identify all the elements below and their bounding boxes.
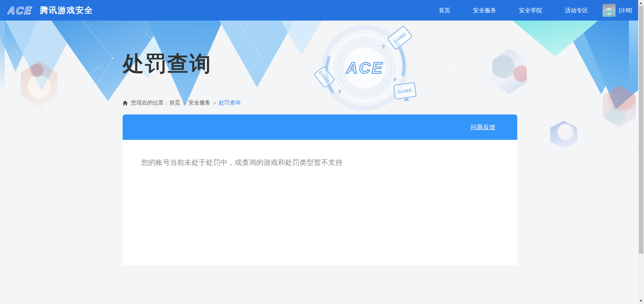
nav-item-security-academy[interactable]: 安全学院 [519, 7, 542, 14]
nav-item-security-services[interactable]: 安全服务 [473, 7, 496, 14]
navbar-right: 首页 安全服务 安全学院 活动专区 [注销] [439, 0, 632, 21]
breadcrumb-prefix: 您现在的位置： [131, 99, 169, 107]
breadcrumb: 您现在的位置： 首页 > 安全服务 > 处罚查询 [122, 99, 240, 107]
brand-name: 腾讯游戏安全 [40, 5, 93, 16]
scroll-down-icon [640, 300, 642, 302]
panel-header: 问题反馈 [123, 114, 517, 140]
game-label: GAME [397, 87, 413, 95]
user-avatar[interactable] [603, 4, 616, 17]
scrollbar-thumb[interactable] [639, 6, 643, 254]
vertical-scrollbar[interactable] [638, 0, 644, 304]
emblem-ace-text: ACE [346, 59, 383, 77]
game-monitor-icon: GAME [393, 82, 417, 100]
nav-user-area: [注销] [603, 4, 632, 17]
breadcrumb-separator: > [213, 100, 216, 106]
home-icon [122, 100, 128, 106]
nav-links: 首页 安全服务 安全学院 活动专区 [439, 7, 588, 14]
game-label: GAME [318, 70, 331, 84]
query-result-message: 您的账号当前未处于处罚中，或查询的游戏和处罚类型暂不支持 [123, 140, 517, 167]
top-navbar: ACE 腾讯游戏安全 首页 安全服务 安全学院 活动专区 [注销] [0, 0, 638, 21]
ace-logo-icon: ACE [8, 4, 36, 16]
nav-item-home[interactable]: 首页 [439, 7, 450, 14]
breadcrumb-current-page[interactable]: 处罚查询 [219, 99, 240, 107]
feedback-link[interactable]: 问题反馈 [471, 123, 495, 131]
scroll-down-button[interactable] [638, 298, 644, 304]
breadcrumb-security-services[interactable]: 安全服务 [188, 99, 210, 107]
breadcrumb-home[interactable]: 首页 [169, 99, 180, 107]
page-title: 处罚查询 [123, 49, 212, 78]
scroll-up-button[interactable] [638, 0, 644, 6]
lightning-icon [381, 43, 386, 50]
ace-logo-text: ACE [8, 5, 33, 16]
game-label: GAME [392, 31, 407, 44]
punishment-query-panel: 问题反馈 您的账号当前未处于处罚中，或查询的游戏和处罚类型暂不支持 [123, 114, 517, 265]
nav-item-activity-zone[interactable]: 活动专区 [565, 7, 588, 14]
panel-body: 您的账号当前未处于处罚中，或查询的游戏和处罚类型暂不支持 [123, 140, 517, 265]
logout-link[interactable]: [注销] [619, 7, 632, 14]
brand-link[interactable]: ACE 腾讯游戏安全 [8, 0, 93, 21]
scroll-up-icon [640, 2, 642, 4]
breadcrumb-separator: > [183, 100, 186, 106]
